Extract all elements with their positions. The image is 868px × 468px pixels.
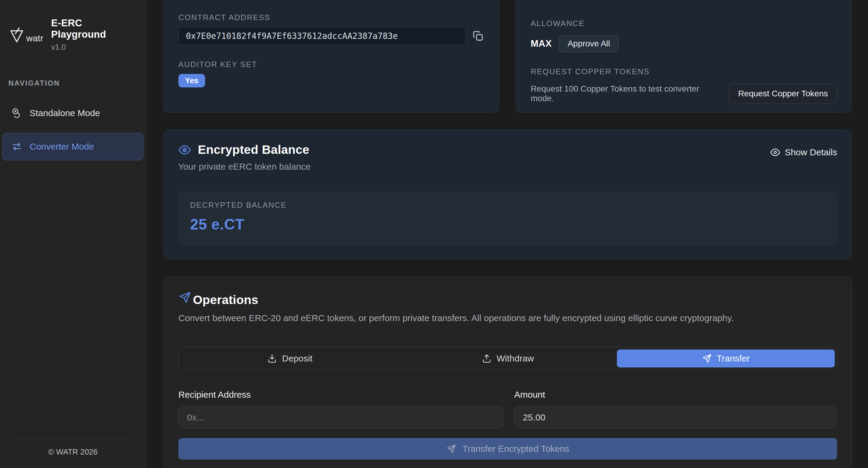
- sidebar: watr E-ERC Playground v1.0 NAVIGATION St…: [0, 0, 146, 468]
- tab-label: Deposit: [282, 353, 312, 364]
- operations-description: Convert between ERC-20 and eERC tokens, …: [178, 313, 837, 323]
- operations-title: Operations: [193, 293, 258, 307]
- upload-icon: [482, 353, 492, 364]
- show-details-label: Show Details: [785, 147, 837, 157]
- operations-tabs: Deposit Withdraw Tra: [178, 347, 837, 370]
- transfer-submit-button[interactable]: Transfer Encrypted Tokens: [178, 438, 837, 460]
- sidebar-footer: © WATR 2026: [0, 438, 146, 468]
- allowance-row: MAX Approve All: [531, 35, 837, 52]
- request-copper-tokens-button[interactable]: Request Copper Tokens: [729, 84, 837, 104]
- copy-icon: [472, 30, 484, 41]
- send-icon: [702, 353, 712, 364]
- request-copper-text: Request 100 Copper Tokens to test conver…: [531, 84, 720, 103]
- copy-button[interactable]: [471, 29, 485, 42]
- request-copper-heading: REQUEST COPPER TOKENS: [531, 67, 837, 76]
- balance-card-subtitle: Your private eERC token balance: [178, 162, 311, 172]
- copyright-text: © WATR 2026: [0, 447, 146, 457]
- allowance-card: ALLOWANCE MAX Approve All REQUEST COPPER…: [516, 0, 852, 113]
- allowance-value: MAX: [531, 38, 552, 49]
- contract-address-input[interactable]: [178, 27, 466, 45]
- tab-withdraw[interactable]: Withdraw: [399, 349, 617, 368]
- recipient-address-input[interactable]: [178, 406, 504, 429]
- contract-address-label: CONTRACT ADDRESS: [178, 13, 485, 22]
- send-icon: [446, 444, 457, 454]
- balance-title-block: Encrypted Balance Your private eERC toke…: [178, 143, 311, 172]
- contract-card: CONTRACT ADDRESS AUDITOR KEY SET: [163, 0, 499, 113]
- recipient-address-label: Recipient Address: [178, 389, 504, 400]
- scroll-container: CONTRACT ADDRESS AUDITOR KEY SET: [163, 0, 852, 468]
- decrypted-balance-label: DECRYPTED BALANCE: [190, 200, 825, 210]
- watr-logo-icon: [9, 26, 25, 43]
- decrypted-balance-value: 25 e.CT: [190, 216, 825, 233]
- show-details-button[interactable]: Show Details: [770, 147, 837, 158]
- brand-text: E-ERC Playground v1.0: [51, 18, 137, 52]
- balance-header: Encrypted Balance Your private eERC toke…: [178, 143, 837, 172]
- send-icon: [178, 291, 191, 304]
- main-content: CONTRACT ADDRESS AUDITOR KEY SET: [146, 0, 868, 468]
- nav-heading: NAVIGATION: [0, 79, 146, 87]
- encrypted-balance-card: Encrypted Balance Your private eERC toke…: [163, 129, 852, 259]
- sidebar-item-label: Standalone Mode: [30, 108, 100, 118]
- top-card-row: CONTRACT ADDRESS AUDITOR KEY SET: [163, 0, 852, 113]
- auditor-key-label: AUDITOR KEY SET: [178, 60, 485, 69]
- transfer-submit-label: Transfer Encrypted Tokens: [462, 444, 569, 454]
- tab-label: Withdraw: [497, 353, 534, 364]
- footer-divider: [13, 438, 133, 438]
- amount-input[interactable]: [514, 406, 837, 429]
- allowance-label: ALLOWANCE: [531, 19, 837, 28]
- tab-transfer[interactable]: Transfer: [617, 349, 835, 368]
- app-title: E-ERC Playground: [51, 18, 137, 40]
- app-root: watr E-ERC Playground v1.0 NAVIGATION St…: [0, 0, 868, 468]
- coins-icon: [11, 107, 23, 119]
- sidebar-item-standalone-mode[interactable]: Standalone Mode: [2, 102, 143, 124]
- transfer-form: Recipient Address Amount: [178, 389, 837, 429]
- tab-deposit[interactable]: Deposit: [181, 349, 399, 368]
- operations-card: Operations Convert between ERC-20 and eE…: [163, 276, 852, 468]
- approve-all-button[interactable]: Approve All: [559, 35, 619, 52]
- operations-title-row: Operations: [178, 291, 837, 307]
- watr-logo: watr: [9, 26, 43, 43]
- sidebar-item-label: Converter Mode: [30, 142, 94, 152]
- auditor-key-badge: Yes: [178, 74, 205, 87]
- download-icon: [267, 353, 277, 364]
- decrypted-balance-panel: DECRYPTED BALANCE 25 e.CT: [178, 191, 837, 246]
- nav-list: Standalone Mode Converter Mode: [0, 102, 146, 160]
- balance-card-title: Encrypted Balance: [198, 143, 309, 157]
- contract-address-row: [178, 27, 485, 45]
- amount-label: Amount: [514, 389, 837, 400]
- swap-arrows-icon: [11, 141, 23, 152]
- tab-label: Transfer: [717, 353, 750, 364]
- logo-wordmark: watr: [26, 33, 43, 43]
- eye-icon: [770, 147, 781, 158]
- brand-header: watr E-ERC Playground v1.0: [0, 0, 146, 66]
- version-label: v1.0: [51, 42, 137, 52]
- request-copper-row: Request 100 Copper Tokens to test conver…: [531, 84, 837, 104]
- eye-scan-icon: [178, 143, 191, 156]
- sidebar-item-converter-mode[interactable]: Converter Mode: [2, 133, 143, 160]
